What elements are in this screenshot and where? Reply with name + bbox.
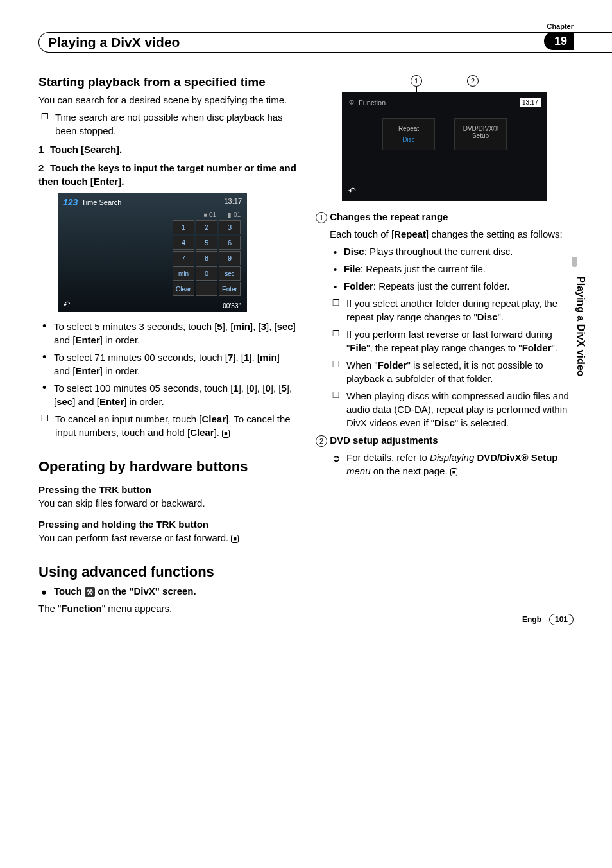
repeat-note-4: When playing discs with compressed audio… (330, 389, 574, 430)
time-search-label: Time Search (81, 198, 121, 206)
trk-ff: You can perform fast reverse or fast for… (38, 531, 296, 544)
repeat-cell[interactable]: Repeat Disc (382, 118, 435, 150)
repeat-note-2: If you perform fast reverse or fast forw… (330, 327, 574, 354)
item-1-intro: Each touch of [Repeat] changes the setti… (316, 227, 574, 241)
footer-lang: Engb (522, 615, 541, 624)
subhead-hold-trk: Pressing and holding the TRK button (38, 519, 296, 530)
function-icon: ⚒ (85, 587, 95, 597)
repeat-note-3: When "Folder" is selected, it is not pos… (330, 358, 574, 385)
example-2: To select 71 minutes 00 seconds, touch [… (38, 351, 296, 378)
step-2: 2Touch the keys to input the target numb… (38, 161, 296, 188)
dvd-setup-ref: For details, refer to Displaying DVD/Div… (330, 451, 574, 478)
clock: 13:17 (520, 98, 541, 107)
indicator-01b: ▮ 01 (228, 211, 241, 218)
subhead-pressing-trk: Pressing the TRK button (38, 484, 296, 495)
side-tab: Playing a DivX video (575, 276, 586, 377)
indicator-01a: ■ 01 (203, 211, 216, 218)
numeric-keypad[interactable]: 123 456 789 min0sec ClearEnter (171, 219, 242, 297)
adv-step: Touch ⚒ on the "DivX" screen. (38, 584, 296, 598)
back-icon[interactable]: ↶ (63, 299, 71, 309)
example-1: To select 5 minutes 3 seconds, touch [5]… (38, 320, 296, 347)
page-number: 101 (549, 614, 574, 625)
intro-text: You can search for a desired scene by sp… (38, 93, 296, 107)
heading-advanced: Using advanced functions (38, 564, 296, 580)
elapsed-time: 00'53" (223, 302, 241, 309)
callout-2: 2 (467, 75, 479, 87)
trk-skip: You can skip files forward or backward. (38, 496, 296, 510)
chapter-title-bar: Playing a DivX video (38, 32, 612, 53)
note-time-search: Time search are not possible when disc p… (38, 110, 296, 137)
end-icon: ■ (450, 468, 457, 476)
cancel-note: To cancel an input number, touch [Clear]… (38, 412, 296, 439)
clock: 13:17 (224, 197, 242, 207)
gear-icon: ⚙ (348, 98, 355, 107)
back-icon[interactable]: ↶ (348, 186, 356, 196)
screenshot-time-search: 123 Time Search 13:17 ■ 01 ▮ 01 123 456 … (58, 193, 247, 312)
page-title: Playing a DivX video (48, 35, 612, 50)
repeat-note-1: If you select another folder during repe… (330, 297, 574, 324)
repeat-folder: Folder: Repeats just the current folder. (330, 279, 574, 293)
item-2-heading: 2 DVD setup adjustments (316, 433, 574, 447)
repeat-file: File: Repeats just the current file. (330, 262, 574, 275)
numeric-icon: 123 (63, 197, 78, 207)
repeat-disc: Disc: Plays throughout the current disc. (330, 245, 574, 258)
end-icon: ■ (231, 535, 238, 543)
right-column: 1 2 ⚙ Function 13:17 Repeat Disc (316, 75, 574, 619)
screenshot-function-menu: ⚙ Function 13:17 Repeat Disc DVD/DIVX® S… (342, 92, 547, 201)
left-column: Starting playback from a specified time … (38, 75, 296, 619)
chapter-label: Chapter (547, 22, 574, 30)
dvd-setup-cell[interactable]: DVD/DIVX® Setup (454, 118, 507, 150)
callout-1: 1 (411, 75, 422, 87)
heading-operating-hw: Operating by hardware buttons (38, 458, 296, 475)
step-1: 1Touch [Search]. (38, 143, 296, 156)
footer: Engb 101 (522, 614, 574, 625)
end-icon: ■ (222, 430, 229, 438)
heading-starting-playback: Starting playback from a specified time (38, 75, 296, 89)
example-3: To select 100 minutes 05 seconds, touch … (38, 381, 296, 408)
item-1-heading: 1 Changes the repeat range (316, 210, 574, 223)
function-title: Function (359, 99, 386, 107)
adv-result: The "Function" menu appears. (38, 602, 296, 615)
